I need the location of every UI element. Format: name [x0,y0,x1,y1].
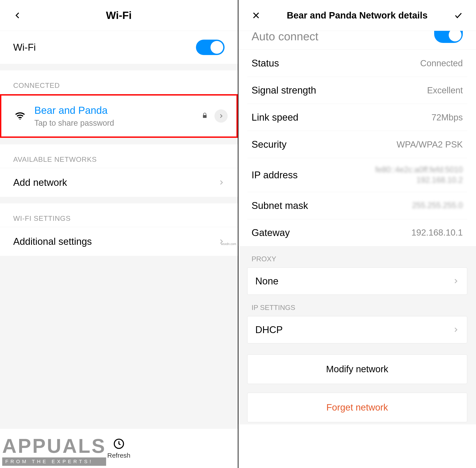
ip-value-blurred: fe80::4e2c:a0ff:fefd:5010 192.168.10.2 [375,165,463,185]
close-icon[interactable] [250,9,263,22]
gateway-row: Gateway 192.168.10.1 [238,219,476,246]
back-icon[interactable] [11,9,24,22]
forget-network-button[interactable]: Forget network [247,393,467,422]
signal-value: Excellent [427,85,463,95]
bottom-bar: APPUALS FROM THE EXPERTS! Refresh [0,429,238,468]
refresh-button[interactable]: Refresh [107,438,130,459]
network-subtitle: Tap to share password [34,118,202,128]
gateway-value: 192.168.10.1 [411,228,463,237]
chevron-right-icon [452,278,459,284]
additional-settings-row[interactable]: Additional settings [0,227,238,256]
chevron-right-icon [452,326,459,333]
speed-label: Link speed [252,112,431,123]
header-spacer [214,9,227,22]
empty-fill: wsxdn.com [0,256,238,429]
details-header-title: Bear and Panda Network details [263,10,452,21]
network-name: Bear and Panda [34,104,202,116]
status-value: Connected [420,58,463,68]
status-label: Status [252,58,420,69]
network-details-button[interactable] [214,109,228,123]
security-row: Security WPA/WPA2 PSK [238,131,476,158]
status-row: Status Connected [238,50,476,77]
toggle-knob [210,41,223,54]
details-header: Bear and Panda Network details [238,0,476,31]
connected-section-header: CONNECTED [0,71,238,94]
connected-network-item[interactable]: Bear and Panda Tap to share password [0,94,238,138]
wifi-toggle[interactable] [196,40,224,55]
auto-connect-row[interactable]: Auto connect [238,31,476,50]
ip-row: IP address fe80::4e2c:a0ff:fefd:5010 192… [238,158,476,192]
subnet-value-blurred: 255.255.255.0 [412,200,463,211]
security-value: WPA/WPA2 PSK [397,140,463,149]
speed-value: 72Mbps [431,113,463,122]
modify-network-button[interactable]: Modify network [247,354,467,384]
security-label: Security [252,139,397,150]
wifi-header-title: Wi-Fi [24,9,214,21]
wifi-settings-section-header: WI-FI SETTINGS [0,204,238,227]
speed-row: Link speed 72Mbps [238,104,476,131]
network-details-pane: Bear and Panda Network details Auto conn… [238,0,476,468]
proxy-header: PROXY [238,253,476,267]
wifi-signal-icon [12,110,28,122]
gateway-value-text: 192.168.10.1 [411,228,463,237]
appuals-watermark: APPUALS FROM THE EXPERTS! [2,435,106,466]
lock-icon [202,113,208,119]
add-network-row[interactable]: Add network [0,168,238,197]
ip-label: IP address [252,170,375,180]
auto-connect-label: Auto connect [252,30,434,43]
confirm-icon[interactable] [452,9,465,22]
proxy-dropdown[interactable]: None [247,267,467,295]
ip-blur-line2: 192.168.10.2 [375,175,463,185]
subnet-label: Subnet mask [252,200,412,211]
wifi-settings-pane: Wi-Fi Wi-Fi CONNECTED Bear and Panda Tap… [0,0,238,468]
gateway-label: Gateway [252,227,412,238]
auto-connect-toggle[interactable] [434,31,463,43]
add-network-label: Add network [13,177,218,188]
proxy-section: PROXY None IP SETTINGS DHCP Modify netwo… [238,246,476,424]
toggle-knob [449,31,461,41]
network-text: Bear and Panda Tap to share password [34,104,202,128]
refresh-label: Refresh [107,452,130,459]
ip-blur-line1: fe80::4e2c:a0ff:fefd:5010 [375,165,463,175]
available-section-header: AVAILABLE NETWORKS [0,144,238,168]
watermark-sub: FROM THE EXPERTS! [2,457,106,466]
ip-settings-value: DHCP [255,324,453,335]
wifi-toggle-row[interactable]: Wi-Fi [0,31,238,64]
additional-settings-label: Additional settings [13,236,218,247]
wifi-toggle-label: Wi-Fi [13,42,196,53]
wsx-watermark: wsxdn.com [221,242,236,246]
signal-row: Signal strength Excellent [238,77,476,104]
ip-settings-dropdown[interactable]: DHCP [247,316,467,343]
subnet-row: Subnet mask 255.255.255.0 [238,192,476,219]
chevron-right-icon [218,179,224,186]
watermark-main: APPUALS [2,435,106,457]
ip-settings-header: IP SETTINGS [238,301,476,316]
proxy-value: None [255,276,453,287]
wifi-header: Wi-Fi [0,0,238,31]
signal-label: Signal strength [252,85,427,96]
